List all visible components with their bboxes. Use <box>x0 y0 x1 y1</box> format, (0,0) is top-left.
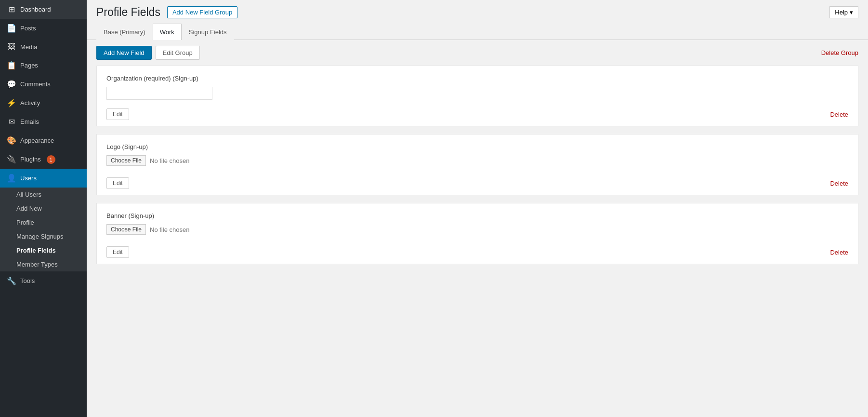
sidebar-item-tools[interactable]: 🔧 Tools <box>0 271 87 290</box>
submenu-profile[interactable]: Profile <box>0 215 87 229</box>
field-card-logo: Logo (Sign-up) Choose File No file chose… <box>96 134 858 195</box>
sidebar-item-users[interactable]: 👤 Users <box>0 169 87 188</box>
sidebar-item-pages[interactable]: 📋 Pages <box>0 56 87 75</box>
sidebar-item-posts[interactable]: 📄 Posts <box>0 19 87 38</box>
comments-icon: 💬 <box>7 80 16 89</box>
sidebar-item-comments[interactable]: 💬 Comments <box>0 75 87 94</box>
collapse-arrow-icon <box>83 175 87 181</box>
no-file-text-logo: No file chosen <box>150 157 189 164</box>
edit-button-organization[interactable]: Edit <box>106 108 129 120</box>
help-button[interactable]: Help ▾ <box>829 6 858 18</box>
field-card-body-banner: Banner (Sign-up) Choose File No file cho… <box>97 203 858 242</box>
tabs-bar: Base (Primary) Work Signup Fields <box>87 24 868 40</box>
sidebar-item-label: Media <box>20 43 37 51</box>
field-card-footer-logo: Edit Delete <box>97 174 858 195</box>
help-label: Help <box>835 9 848 16</box>
field-file-input-area-banner: Choose File No file chosen <box>106 224 848 235</box>
pages-icon: 📋 <box>7 61 16 70</box>
sidebar-item-media[interactable]: 🖼 Media <box>0 38 87 56</box>
sidebar-item-label: Activity <box>20 99 40 107</box>
sidebar-item-label: Comments <box>20 81 51 88</box>
field-label-logo: Logo (Sign-up) <box>106 143 848 150</box>
sidebar-item-label: Posts <box>20 25 36 32</box>
no-file-text-banner: No file chosen <box>150 226 189 233</box>
field-input-organization[interactable] <box>106 87 212 100</box>
field-file-input-area-logo: Choose File No file chosen <box>106 155 848 166</box>
choose-file-button-banner[interactable]: Choose File <box>106 224 146 235</box>
field-card-footer-banner: Edit Delete <box>97 242 858 264</box>
edit-group-button[interactable]: Edit Group <box>156 46 200 60</box>
sidebar-item-label: Emails <box>20 118 39 125</box>
add-new-field-group-button[interactable]: Add New Field Group <box>167 6 237 18</box>
submenu-all-users[interactable]: All Users <box>0 188 87 202</box>
sidebar-item-label: Dashboard <box>20 6 51 13</box>
delete-link-logo[interactable]: Delete <box>830 180 848 187</box>
delete-link-banner[interactable]: Delete <box>830 249 848 256</box>
users-submenu: All Users Add New Profile Manage Signups… <box>0 188 87 271</box>
sidebar-item-label: Users <box>20 175 37 182</box>
plugins-icon: 🔌 <box>7 155 16 164</box>
submenu-manage-signups[interactable]: Manage Signups <box>0 229 87 243</box>
edit-button-logo[interactable]: Edit <box>106 177 129 189</box>
sidebar-item-label: Pages <box>20 62 38 69</box>
add-new-field-button[interactable]: Add New Field <box>96 46 152 60</box>
help-chevron-icon: ▾ <box>850 9 853 16</box>
topbar: Profile Fields Add New Field Group Help … <box>87 0 868 24</box>
posts-icon: 📄 <box>7 24 16 33</box>
edit-button-banner[interactable]: Edit <box>106 246 129 258</box>
tab-base-primary[interactable]: Base (Primary) <box>96 24 153 40</box>
tab-work[interactable]: Work <box>153 24 182 40</box>
submenu-add-new[interactable]: Add New <box>0 202 87 215</box>
page-title: Profile Fields <box>96 6 160 19</box>
sidebar-item-label: Plugins <box>20 156 41 163</box>
choose-file-button-logo[interactable]: Choose File <box>106 155 146 166</box>
delete-link-organization[interactable]: Delete <box>830 111 848 118</box>
plugins-badge: 1 <box>47 155 55 164</box>
sidebar-item-activity[interactable]: ⚡ Activity <box>0 94 87 112</box>
main-content: Profile Fields Add New Field Group Help … <box>87 0 868 417</box>
tab-signup-fields[interactable]: Signup Fields <box>182 24 234 40</box>
tools-icon: 🔧 <box>7 276 16 285</box>
delete-group-link[interactable]: Delete Group <box>821 49 858 56</box>
field-card-organization: Organization (required) (Sign-up) Edit D… <box>96 66 858 126</box>
field-card-footer-organization: Edit Delete <box>97 105 858 126</box>
page-title-area: Profile Fields Add New Field Group <box>96 6 237 19</box>
submenu-profile-fields[interactable]: Profile Fields <box>0 243 87 257</box>
field-card-body-organization: Organization (required) (Sign-up) <box>97 66 858 105</box>
sidebar: ⊞ Dashboard 📄 Posts 🖼 Media 📋 Pages 💬 Co… <box>0 0 87 417</box>
submenu-member-types[interactable]: Member Types <box>0 257 87 271</box>
field-card-banner: Banner (Sign-up) Choose File No file cho… <box>96 203 858 264</box>
media-icon: 🖼 <box>7 42 16 51</box>
activity-icon: ⚡ <box>7 98 16 108</box>
emails-icon: ✉ <box>7 117 16 126</box>
appearance-icon: 🎨 <box>7 136 16 145</box>
sidebar-item-plugins[interactable]: 🔌 Plugins 1 <box>0 150 87 169</box>
sidebar-item-label: Appearance <box>20 137 54 144</box>
field-label-banner: Banner (Sign-up) <box>106 212 848 219</box>
sidebar-item-appearance[interactable]: 🎨 Appearance <box>0 131 87 150</box>
sidebar-item-dashboard[interactable]: ⊞ Dashboard <box>0 0 87 19</box>
field-label-organization: Organization (required) (Sign-up) <box>106 75 848 82</box>
action-bar-left: Add New Field Edit Group <box>96 46 200 60</box>
sidebar-item-label: Tools <box>20 277 35 284</box>
sidebar-item-emails[interactable]: ✉ Emails <box>0 112 87 131</box>
users-icon: 👤 <box>7 174 16 183</box>
dashboard-icon: ⊞ <box>7 5 16 14</box>
action-bar: Add New Field Edit Group Delete Group <box>87 40 868 66</box>
field-card-body-logo: Logo (Sign-up) Choose File No file chose… <box>97 135 858 174</box>
fields-area: Organization (required) (Sign-up) Edit D… <box>87 66 868 282</box>
